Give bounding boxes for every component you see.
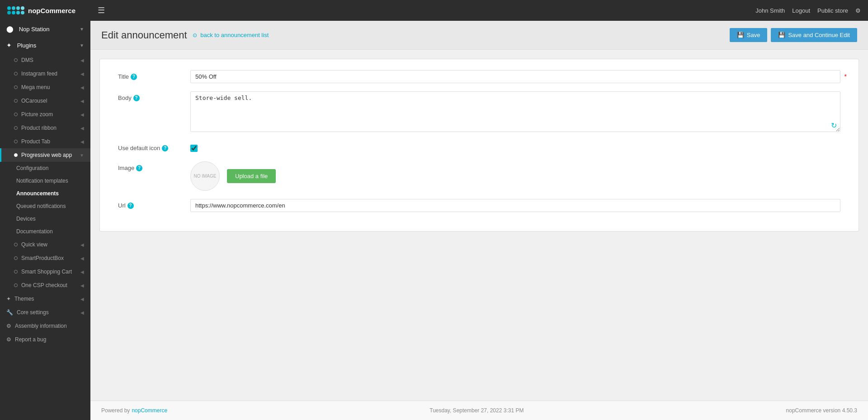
url-input[interactable] xyxy=(190,199,840,212)
product-ribbon-dot xyxy=(14,126,18,130)
plugins-chevron: ▼ xyxy=(80,43,84,48)
dms-arrow: ◀ xyxy=(80,58,84,63)
save-disk-icon: 💾 xyxy=(737,32,744,38)
use-default-icon-help[interactable]: ? xyxy=(162,145,168,151)
sidebar-item-core-settings[interactable]: 🔧 Core settings ◀ xyxy=(0,306,90,319)
hamburger-icon[interactable]: ☰ xyxy=(98,5,105,15)
themes-arrow: ◀ xyxy=(80,297,84,302)
no-image-text: NO IMAGE xyxy=(193,174,216,179)
quick-view-arrow: ◀ xyxy=(80,242,84,247)
sidebar-item-product-tab[interactable]: Product Tab ◀ xyxy=(0,135,90,148)
sidebar-item-assembly-information[interactable]: ⚙ Assembly information xyxy=(0,319,90,333)
pwa-arrow: ▼ xyxy=(80,153,84,158)
sidebar-plugins[interactable]: ✦ Plugins ▼ xyxy=(0,37,90,53)
image-help-icon[interactable]: ? xyxy=(136,165,142,171)
sidebar-nop-station[interactable]: ⬤ Nop Station ▼ xyxy=(0,21,90,37)
sidebar-item-quick-view[interactable]: Quick view ◀ xyxy=(0,238,90,251)
powered-by-text: Powered by xyxy=(101,407,130,414)
sidebar-item-documentation[interactable]: Documentation xyxy=(0,225,90,238)
nop-station-label: Nop Station xyxy=(19,26,50,33)
footer-powered: Powered by nopCommerce xyxy=(101,407,167,414)
image-label: Image ? xyxy=(118,161,190,171)
use-default-icon-row: Use default icon ? xyxy=(118,142,840,153)
dms-dot xyxy=(14,58,18,62)
dms-label: DMS xyxy=(21,57,80,63)
sidebar-item-devices[interactable]: Devices xyxy=(0,212,90,225)
product-ribbon-arrow: ◀ xyxy=(80,126,84,131)
sidebar-item-dms[interactable]: DMS ◀ xyxy=(0,53,90,67)
mega-menu-dot xyxy=(14,85,18,89)
smart-shopping-cart-arrow: ◀ xyxy=(80,269,84,274)
page-title-area: Edit announcement ⊙ back to announcement… xyxy=(101,29,269,41)
instagram-dot xyxy=(14,72,18,76)
sidebar-item-themes[interactable]: ✦ Themes ◀ xyxy=(0,292,90,306)
devices-label: Devices xyxy=(16,216,36,222)
sidebar-item-notification-templates[interactable]: Notification templates xyxy=(0,175,90,187)
sidebar-item-smart-product-box[interactable]: SmartProductBox ◀ xyxy=(0,251,90,265)
sidebar-item-picture-zoom[interactable]: Picture zoom ◀ xyxy=(0,108,90,121)
image-row: Image ? NO IMAGE Upload a file xyxy=(118,161,840,191)
save-continue-button[interactable]: 💾 Save and Continue Edit xyxy=(771,28,857,42)
ocarousel-label: OCarousel xyxy=(21,98,80,104)
title-field-wrapper: * xyxy=(190,70,840,83)
themes-icon: ✦ xyxy=(6,296,11,302)
body-row: Body ? Store-wide sell. ↻ xyxy=(118,91,840,133)
settings-icon[interactable]: ⚙ xyxy=(855,7,861,14)
sidebar-item-announcements[interactable]: Announcements xyxy=(0,187,90,200)
pwa-label: Progressive web app xyxy=(21,152,80,158)
back-icon: ⊙ xyxy=(193,32,197,38)
smart-product-box-dot xyxy=(14,256,18,260)
sidebar-item-product-ribbon[interactable]: Product ribbon ◀ xyxy=(0,121,90,135)
title-help-icon[interactable]: ? xyxy=(131,74,137,80)
core-settings-arrow: ◀ xyxy=(80,310,84,315)
smart-product-box-arrow: ◀ xyxy=(80,256,84,261)
picture-zoom-dot xyxy=(14,113,18,116)
plugins-icon: ✦ xyxy=(6,42,12,49)
sidebar-item-queued-notifications[interactable]: Queued notifications xyxy=(0,200,90,212)
bug-icon: ⚙ xyxy=(6,336,11,343)
smart-product-box-label: SmartProductBox xyxy=(21,255,80,261)
page-header: Edit announcement ⊙ back to announcement… xyxy=(90,21,868,50)
sidebar-item-configuration[interactable]: Configuration xyxy=(0,162,90,175)
body-help-icon[interactable]: ? xyxy=(133,95,140,101)
url-help-icon[interactable]: ? xyxy=(127,203,134,209)
public-store-link[interactable]: Public store xyxy=(817,7,848,14)
back-to-list-link[interactable]: ⊙ back to announcement list xyxy=(193,32,269,38)
documentation-label: Documentation xyxy=(16,228,53,235)
upload-file-button[interactable]: Upload a file xyxy=(227,169,276,183)
page-title: Edit announcement xyxy=(101,29,187,41)
use-default-icon-checkbox[interactable] xyxy=(190,145,198,152)
title-row: Title ? * xyxy=(118,70,840,83)
title-input[interactable] xyxy=(190,70,840,83)
textarea-wrapper: Store-wide sell. ↻ xyxy=(190,91,840,133)
body-label: Body ? xyxy=(118,91,190,101)
image-field-wrapper: NO IMAGE Upload a file xyxy=(190,161,840,191)
refresh-icon[interactable]: ↻ xyxy=(831,121,837,130)
nav-right: John Smith Logout Public store ⚙ xyxy=(755,7,861,14)
sidebar-item-instagram-feed[interactable]: Instagram feed ◀ xyxy=(0,67,90,80)
sidebar-item-progressive-web-app[interactable]: Progressive web app ▼ xyxy=(0,148,90,162)
body-field-wrapper: Store-wide sell. ↻ xyxy=(190,91,840,133)
save-button[interactable]: 💾 Save xyxy=(730,28,768,42)
sidebar-item-one-csp-checkout[interactable]: One CSP checkout ◀ xyxy=(0,278,90,292)
sidebar-item-mega-menu[interactable]: Mega menu ◀ xyxy=(0,80,90,94)
url-label: Url ? xyxy=(118,199,190,209)
sidebar-item-report-bug[interactable]: ⚙ Report a bug xyxy=(0,333,90,346)
sidebar-item-ocarousel[interactable]: OCarousel ◀ xyxy=(0,94,90,108)
page-footer: Powered by nopCommerce Tuesday, Septembe… xyxy=(90,401,868,420)
logout-link[interactable]: Logout xyxy=(792,7,810,14)
body-textarea[interactable]: Store-wide sell. xyxy=(190,91,840,132)
configuration-label: Configuration xyxy=(16,165,48,171)
no-image-placeholder: NO IMAGE xyxy=(190,161,220,191)
smart-shopping-cart-label: Smart Shopping Cart xyxy=(21,269,80,275)
quick-view-label: Quick view xyxy=(21,241,80,248)
notification-templates-label: Notification templates xyxy=(16,178,68,184)
use-default-icon-field xyxy=(190,142,840,153)
powered-by-link[interactable]: nopCommerce xyxy=(132,407,167,414)
header-buttons: 💾 Save 💾 Save and Continue Edit xyxy=(730,28,857,42)
sidebar-item-smart-shopping-cart[interactable]: Smart Shopping Cart ◀ xyxy=(0,265,90,278)
ocarousel-arrow: ◀ xyxy=(80,99,84,104)
url-row: Url ? xyxy=(118,199,840,212)
brand-name: nopCommerce xyxy=(28,7,75,14)
sidebar: ⬤ Nop Station ▼ ✦ Plugins ▼ DMS ◀ Instag… xyxy=(0,21,90,420)
